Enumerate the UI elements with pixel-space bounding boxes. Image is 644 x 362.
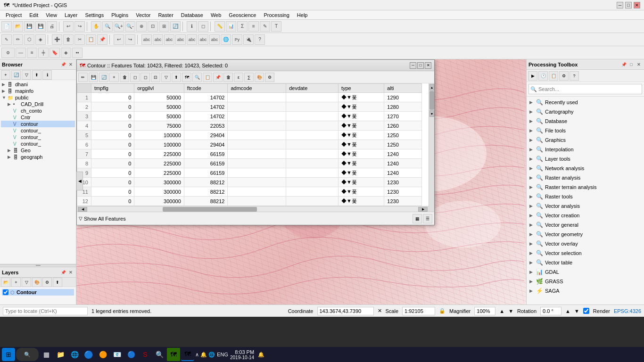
menu-layer[interactable]: Layer bbox=[61, 11, 82, 19]
scale-input[interactable] bbox=[402, 307, 435, 315]
paste-features-btn[interactable]: 📌 bbox=[213, 73, 223, 82]
menu-vector[interactable]: Vector bbox=[132, 11, 154, 19]
toolbox-group-grass[interactable]: ▶ 🌿 GRASS bbox=[528, 277, 643, 286]
table-row[interactable]: 7 0 225000 66159 ◆▼퐃 1240 bbox=[77, 149, 429, 159]
close-button[interactable]: ✕ bbox=[634, 2, 640, 8]
print-btn[interactable]: 🖨 bbox=[47, 21, 57, 32]
proc-run-btn[interactable]: ▶ bbox=[528, 71, 537, 81]
chrome-btn[interactable]: 🔵 bbox=[82, 348, 95, 361]
delete-btn[interactable]: 🗑 bbox=[63, 34, 74, 45]
qgis-find-btn[interactable]: 🔍 bbox=[153, 348, 166, 361]
toolbox-group-vector-creation[interactable]: ▶ 🔍 Vector creation bbox=[528, 211, 643, 220]
tree-item-geo[interactable]: ▶ 🗄 Geo bbox=[1, 147, 75, 154]
wps-btn[interactable]: S bbox=[139, 348, 152, 361]
magnifier-spin-up[interactable]: ▲ bbox=[499, 308, 504, 314]
toolbox-group-vector-overlay[interactable]: ▶ 🔍 Vector overlay bbox=[528, 239, 643, 248]
proc-help-btn[interactable]: ? bbox=[570, 71, 579, 81]
redo-edit-btn[interactable]: ↪ bbox=[125, 34, 135, 45]
label-btn[interactable]: abc bbox=[141, 34, 152, 45]
attr-table-maximize-btn[interactable]: □ bbox=[417, 62, 424, 69]
show-all-features-btn[interactable]: ▽ Show All Features bbox=[79, 216, 126, 222]
save-btn[interactable]: 💾 bbox=[24, 21, 34, 32]
proc-results-btn[interactable]: 📋 bbox=[549, 71, 558, 81]
rotation-spin-dn[interactable]: ▼ bbox=[574, 308, 579, 314]
tree-item-contour1[interactable]: V contour_ bbox=[1, 127, 75, 134]
col-orggilvl[interactable]: orggilvl bbox=[134, 84, 184, 93]
rotation-input[interactable] bbox=[540, 307, 561, 315]
help2-btn[interactable]: ? bbox=[255, 34, 265, 45]
redo-btn[interactable]: ↪ bbox=[74, 21, 85, 32]
pan-map-btn[interactable]: 🗺 bbox=[182, 73, 191, 82]
extra6-btn[interactable]: ◈ bbox=[61, 48, 71, 58]
table-row[interactable]: 6 0 100000 29404 ◆▼퐃 1250 bbox=[77, 140, 429, 149]
attr-table-scroll-area[interactable]: tmpflg orggilvl ftcode admcode devdate t… bbox=[77, 83, 434, 212]
label3-btn[interactable]: abc bbox=[164, 34, 174, 45]
attr-table-close-btn[interactable]: ✕ bbox=[425, 62, 431, 69]
col-type[interactable]: type bbox=[338, 84, 384, 93]
map-canvas[interactable]: 🗺 Contour :: Features Total: 10423, Filt… bbox=[76, 59, 526, 304]
vscroll-down-btn[interactable]: ▼ bbox=[429, 110, 434, 117]
cut-btn[interactable]: ✂ bbox=[74, 34, 85, 45]
tree-item-contour3[interactable]: V contour_ bbox=[1, 140, 75, 147]
deselect-btn[interactable]: ◻ bbox=[140, 73, 150, 82]
attr-table-minimize-btn[interactable]: ─ bbox=[410, 62, 416, 69]
edit-layer-btn[interactable]: ✏ bbox=[78, 73, 88, 82]
label2-btn[interactable]: abc bbox=[153, 34, 163, 45]
browser-btn[interactable]: 🌐 bbox=[221, 34, 231, 45]
table-row[interactable]: 2 0 50000 14702 ◆▼퐃 1280 bbox=[77, 102, 429, 112]
vertex-btn[interactable]: ◈ bbox=[35, 34, 46, 45]
label7-btn[interactable]: abc bbox=[209, 34, 220, 45]
toolbox-group-vector-selection[interactable]: ▶ 🔍 Vector selection bbox=[528, 248, 643, 258]
measure-btn[interactable]: 📏 bbox=[215, 21, 225, 32]
table-row[interactable]: 10 0 300000 88212 ◆▼퐃 1230 bbox=[77, 178, 429, 187]
toolbox-group-vector-general[interactable]: ▶ 🔍 Vector general bbox=[528, 220, 643, 230]
table-row[interactable]: 9 0 225000 66159 ◆▼퐃 1240 bbox=[77, 168, 429, 178]
undo-edit-btn[interactable]: ↩ bbox=[114, 34, 124, 45]
menu-plugins[interactable]: Plugins bbox=[107, 11, 132, 19]
browser-taskbar-btn[interactable]: 🌐 bbox=[68, 348, 81, 361]
locate-input[interactable] bbox=[3, 307, 88, 315]
table-row[interactable]: 12 0 300000 88212 ◆▼퐃 1230 bbox=[77, 197, 429, 206]
menu-help[interactable]: Help bbox=[293, 11, 312, 19]
digitize-btn[interactable]: ✏ bbox=[13, 34, 23, 45]
processing-expand-btn[interactable]: □ bbox=[628, 61, 635, 68]
processing-search-input[interactable] bbox=[528, 84, 642, 94]
processing-close-btn[interactable]: ✕ bbox=[636, 61, 642, 68]
stat-btn[interactable]: Σ bbox=[237, 21, 248, 32]
col-devdate[interactable]: devdate bbox=[286, 84, 339, 93]
save-edits-btn[interactable]: 💾 bbox=[89, 73, 98, 82]
undo-btn[interactable]: ↩ bbox=[63, 21, 74, 32]
menu-edit[interactable]: Edit bbox=[25, 11, 42, 19]
tree-item-contour2[interactable]: V contour_ bbox=[1, 134, 75, 140]
start-button[interactable]: ⊞ bbox=[2, 348, 15, 361]
zoom-in-btn[interactable]: 🔍+ bbox=[114, 21, 124, 32]
col-admcode[interactable]: admcode bbox=[228, 84, 286, 93]
toolbox-group-cartography[interactable]: ▶ 🔍 Cartography bbox=[528, 107, 643, 116]
teams-btn[interactable]: 🔵 bbox=[124, 348, 138, 361]
open-btn[interactable]: 📂 bbox=[13, 21, 23, 32]
list-btn[interactable]: ≡ bbox=[248, 21, 259, 32]
menu-view[interactable]: View bbox=[42, 11, 61, 19]
cursor-btn[interactable]: ✎ bbox=[260, 21, 270, 32]
paste-btn[interactable]: 📌 bbox=[97, 34, 107, 45]
tree-item-mapinfo[interactable]: ▶ 🗄 mapinfo bbox=[1, 88, 75, 94]
qgis-btn[interactable]: 🗺 bbox=[167, 348, 180, 361]
table-row[interactable]: 8 0 225000 66159 ◆▼퐃 1240 bbox=[77, 159, 429, 168]
extra7-btn[interactable]: ▪▪ bbox=[72, 48, 83, 58]
col-alti[interactable]: alti bbox=[384, 84, 422, 93]
label6-btn[interactable]: abc bbox=[198, 34, 208, 45]
expr-sel-btn[interactable]: ε bbox=[234, 73, 243, 82]
browser-add-btn[interactable]: + bbox=[1, 70, 10, 80]
table-row[interactable]: 4 0 75000 22053 ◆▼퐃 1260 bbox=[77, 121, 429, 131]
zoom-map-btn[interactable]: 🔍 bbox=[192, 73, 202, 82]
toolbox-group-file-tools[interactable]: ▶ 🔍 File tools bbox=[528, 126, 643, 135]
qgis2-btn[interactable]: 🗺 bbox=[181, 348, 194, 361]
text-btn[interactable]: T bbox=[271, 21, 281, 32]
toolbox-group-network-analysis[interactable]: ▶ 🔍 Network analysis bbox=[528, 164, 643, 173]
notification-btn[interactable]: 🔔 bbox=[258, 352, 264, 358]
vscroll-thumb[interactable] bbox=[429, 91, 434, 110]
tree-item-public[interactable]: ▼ 📁 public bbox=[1, 94, 75, 101]
zoom-btn[interactable]: 🔍 bbox=[102, 21, 113, 32]
layers-close-btn[interactable]: ✕ bbox=[67, 269, 74, 276]
add-feature-btn[interactable]: ➕ bbox=[52, 34, 62, 45]
